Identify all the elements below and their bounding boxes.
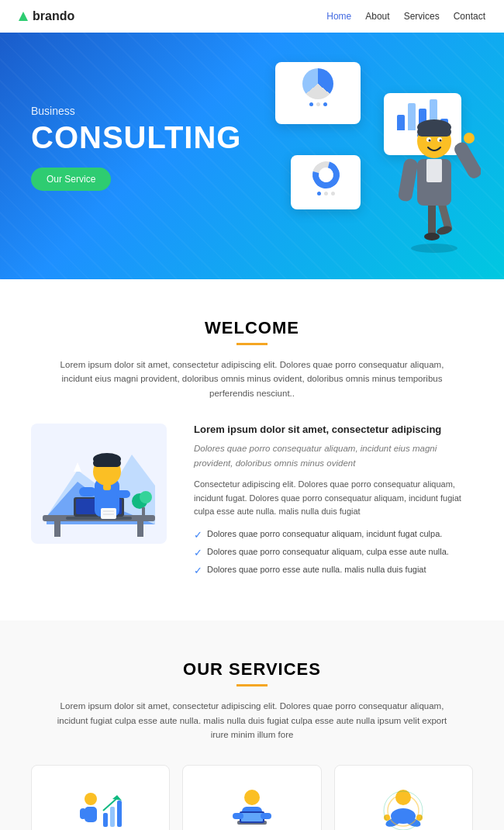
hero-business-label: Business: [31, 105, 252, 117]
hero-text: Business CONSULTING Our Service: [31, 105, 252, 191]
svg-rect-23: [137, 521, 143, 537]
welcome-underline: [236, 343, 268, 345]
nav-contact[interactable]: Contact: [454, 11, 485, 22]
welcome-content: Lorem ipsum dolor sit amet, consectetur …: [31, 424, 473, 582]
welcome-normal: Consectetur adipiscing elit. Dolores qua…: [194, 478, 473, 519]
marketing-icon: [44, 781, 157, 830]
our-service-button[interactable]: Our Service: [31, 168, 111, 191]
service-card-marketing: Marketing Lorem ipsum dolor sit amet, co…: [31, 765, 170, 830]
svg-rect-43: [103, 813, 108, 827]
svg-rect-41: [85, 807, 97, 822]
welcome-section: WELCOME Lorem ipsum dolor sit amet, cons…: [0, 279, 504, 621]
consulting-icon: [195, 781, 308, 830]
nav-about[interactable]: About: [365, 11, 389, 22]
welcome-subtitle: Lorem ipsum dolor sit amet, consectetur …: [50, 358, 454, 400]
svg-rect-29: [116, 490, 130, 498]
check-icon-3: ✓: [194, 564, 202, 578]
pie-chart: [302, 68, 333, 99]
welcome-right-content: Lorem ipsum dolor sit amet, consectetur …: [194, 424, 473, 582]
logo[interactable]: brando: [19, 9, 74, 23]
svg-rect-22: [54, 521, 60, 537]
checklist-item-2: ✓ Dolores quae porro consequatur aliquam…: [194, 546, 473, 560]
svg-rect-1: [428, 202, 436, 237]
services-title: OUR SERVICES: [31, 659, 473, 680]
svg-rect-12: [417, 127, 451, 137]
hero-person-illustration: [388, 101, 481, 256]
welcome-right-heading: Lorem ipsum dolor sit amet, consectetur …: [194, 424, 473, 435]
svg-rect-8: [452, 140, 481, 181]
svg-rect-7: [398, 157, 419, 202]
svg-rect-37: [101, 508, 116, 519]
svg-rect-33: [103, 484, 111, 490]
checklist-item-1: ✓ Dolores quae porro consequatur aliquam…: [194, 528, 473, 542]
chart-legend: [281, 102, 354, 106]
nav-links: Home About Services Contact: [326, 11, 485, 22]
chart-card-donut: [291, 155, 361, 209]
svg-point-35: [140, 491, 152, 503]
svg-rect-44: [110, 807, 115, 827]
donut-chart: [307, 157, 344, 194]
services-section: OUR SERVICES Lorem ipsum dolor sit amet,…: [0, 621, 504, 830]
nav-services[interactable]: Services: [404, 11, 440, 22]
svg-rect-52: [233, 813, 243, 819]
svg-rect-51: [241, 813, 263, 821]
services-subtitle: Lorem ipsum dolor sit amet, consectetur …: [50, 699, 454, 742]
svg-rect-45: [117, 801, 122, 827]
logo-text: brando: [33, 9, 74, 23]
welcome-image: [31, 424, 171, 547]
svg-rect-32: [93, 459, 121, 467]
hero-title: CONSULTING: [31, 120, 252, 155]
strategy-icon: [347, 781, 460, 830]
svg-point-15: [429, 140, 431, 142]
hero-section: Business CONSULTING Our Service: [0, 0, 504, 279]
service-card-strategy: Strategy Lorem ipsum dolor sit amet, con…: [334, 765, 473, 830]
donut-legend: [297, 192, 354, 195]
chart-card-pie: [275, 62, 361, 124]
svg-rect-42: [80, 808, 86, 819]
svg-rect-36: [142, 507, 145, 517]
svg-point-16: [440, 140, 442, 142]
svg-marker-46: [112, 795, 122, 801]
service-card-consulting: Consulting Lorem ipsum dolor sit amet, c…: [182, 765, 321, 830]
svg-point-9: [464, 133, 475, 144]
check-icon-2: ✓: [194, 546, 202, 560]
navbar: brando Home About Services Contact: [0, 0, 504, 33]
svg-point-47: [244, 790, 260, 805]
svg-rect-53: [261, 813, 271, 819]
logo-icon: [19, 12, 28, 21]
hero-visual: [252, 47, 473, 248]
welcome-italic: Dolores quae porro consequatur aliquam, …: [194, 441, 473, 470]
welcome-title: WELCOME: [31, 318, 473, 338]
check-icon-1: ✓: [194, 528, 202, 542]
checklist-item-3: ✓ Dolores quae porro esse aute nulla. ma…: [194, 564, 473, 578]
svg-point-40: [85, 793, 97, 805]
nav-home[interactable]: Home: [326, 11, 351, 22]
svg-point-3: [424, 233, 440, 240]
service-cards-container: Marketing Lorem ipsum dolor sit amet, co…: [31, 765, 473, 830]
svg-rect-6: [426, 159, 442, 182]
svg-rect-28: [79, 487, 96, 496]
services-underline: [236, 684, 268, 686]
woman-desk-illustration: [31, 424, 167, 544]
welcome-checklist: ✓ Dolores quae porro consequatur aliquam…: [194, 528, 473, 579]
svg-rect-26: [66, 517, 132, 520]
svg-point-0: [411, 244, 457, 253]
